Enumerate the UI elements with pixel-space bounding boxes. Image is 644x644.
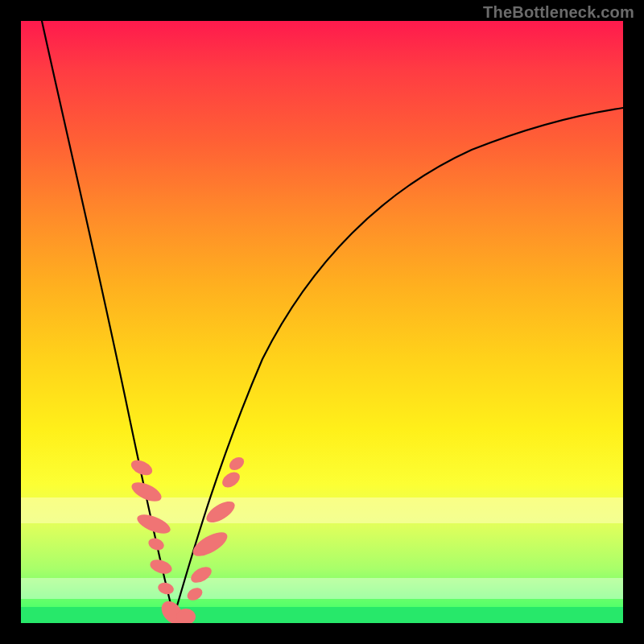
bead-marker xyxy=(220,469,243,491)
chart-frame xyxy=(21,21,623,623)
watermark-text: TheBottleneck.com xyxy=(483,3,634,22)
bead-marker xyxy=(188,564,214,586)
bead-marker xyxy=(148,557,174,576)
bead-marker xyxy=(185,585,204,603)
bead-cluster xyxy=(21,21,623,623)
bead-marker xyxy=(189,527,231,560)
bead-marker xyxy=(134,510,173,537)
bead-marker xyxy=(129,457,155,478)
bead-marker xyxy=(129,478,164,505)
bead-marker xyxy=(147,536,166,552)
bead-marker xyxy=(227,455,246,473)
bead-marker xyxy=(203,497,237,526)
bead-marker xyxy=(157,581,175,597)
